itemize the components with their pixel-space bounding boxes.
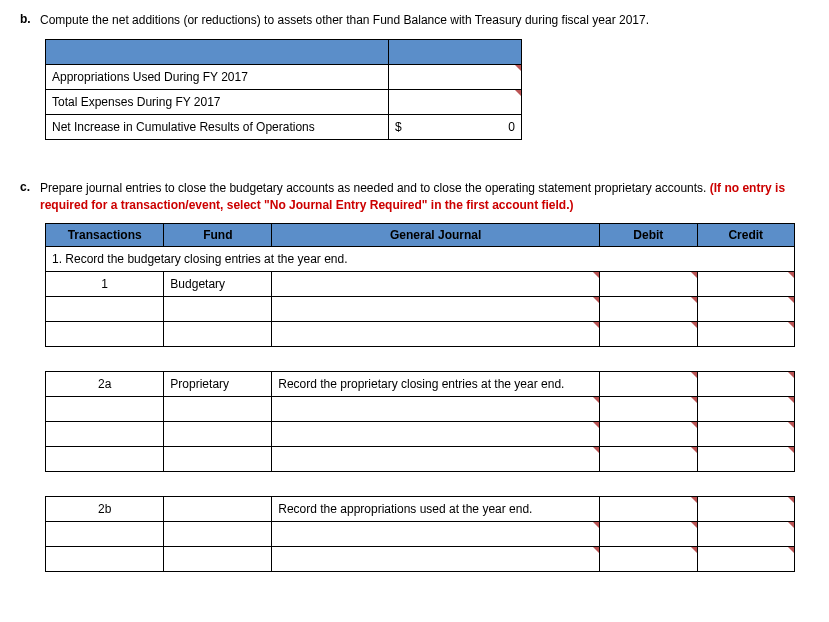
row-net-increase-label: Net Increase in Cumulative Results of Op… [46, 114, 389, 139]
row2b2-trans [46, 522, 164, 547]
row1c-debit[interactable] [600, 322, 697, 347]
row1-debit[interactable] [600, 272, 697, 297]
row2a-fund: Proprietary [164, 372, 272, 397]
header-debit: Debit [600, 224, 697, 247]
row2a-trans: 2a [46, 372, 164, 397]
row1-fund: Budgetary [164, 272, 272, 297]
row2b2-credit[interactable] [697, 522, 794, 547]
row2b-trans: 2b [46, 497, 164, 522]
row2b-credit[interactable] [697, 497, 794, 522]
row2a3-trans [46, 422, 164, 447]
table-b-header-label [46, 39, 389, 64]
row2a2-credit[interactable] [697, 397, 794, 422]
row2a3-debit[interactable] [600, 422, 697, 447]
header-credit: Credit [697, 224, 794, 247]
row2a4-debit[interactable] [600, 447, 697, 472]
row2a-gj: Record the proprietary closing entries a… [272, 372, 600, 397]
header-transactions: Transactions [46, 224, 164, 247]
instruction-1: 1. Record the budgetary closing entries … [46, 247, 795, 272]
row2a4-fund [164, 447, 272, 472]
row1b-debit[interactable] [600, 297, 697, 322]
row2b2-gj[interactable] [272, 522, 600, 547]
row2b3-credit[interactable] [697, 547, 794, 572]
row2a4-gj[interactable] [272, 447, 600, 472]
row1c-gj[interactable] [272, 322, 600, 347]
row2a2-gj[interactable] [272, 397, 600, 422]
row2b-debit[interactable] [600, 497, 697, 522]
row2a2-debit[interactable] [600, 397, 697, 422]
section-b-text: Compute the net additions (or reductions… [40, 12, 649, 29]
row2a3-credit[interactable] [697, 422, 794, 447]
row-total-expenses-value[interactable] [389, 89, 522, 114]
row2a2-trans [46, 397, 164, 422]
journal-table: Transactions Fund General Journal Debit … [45, 223, 795, 572]
spacer-2 [46, 472, 164, 497]
row-appropriations-used-label: Appropriations Used During FY 2017 [46, 64, 389, 89]
row-total-expenses-label: Total Expenses During FY 2017 [46, 89, 389, 114]
row1b-gj[interactable] [272, 297, 600, 322]
section-b-label: b. [20, 12, 40, 29]
table-b-header-value [389, 39, 522, 64]
row1c-trans [46, 322, 164, 347]
row2a4-credit[interactable] [697, 447, 794, 472]
section-c-label: c. [20, 180, 40, 214]
row1b-trans [46, 297, 164, 322]
row-net-increase-value: $ 0 [389, 114, 522, 139]
row1-gj[interactable] [272, 272, 600, 297]
row2b-fund [164, 497, 272, 522]
header-general-journal: General Journal [272, 224, 600, 247]
row2a3-gj[interactable] [272, 422, 600, 447]
row2b3-trans [46, 547, 164, 572]
row2b3-gj[interactable] [272, 547, 600, 572]
row2a4-trans [46, 447, 164, 472]
row2a-debit[interactable] [600, 372, 697, 397]
row2b2-debit[interactable] [600, 522, 697, 547]
row1b-credit[interactable] [697, 297, 794, 322]
row1c-credit[interactable] [697, 322, 794, 347]
row-appropriations-used-value[interactable] [389, 64, 522, 89]
row2a-credit[interactable] [697, 372, 794, 397]
row2a3-fund [164, 422, 272, 447]
table-b: Appropriations Used During FY 2017 Total… [45, 39, 522, 140]
row2b3-fund [164, 547, 272, 572]
header-fund: Fund [164, 224, 272, 247]
section-c-text: Prepare journal entries to close the bud… [40, 180, 809, 214]
row2b3-debit[interactable] [600, 547, 697, 572]
spacer-1 [46, 347, 164, 372]
row1b-fund [164, 297, 272, 322]
row1-credit[interactable] [697, 272, 794, 297]
row1-trans: 1 [46, 272, 164, 297]
row2a2-fund [164, 397, 272, 422]
row2b-gj: Record the appropriations used at the ye… [272, 497, 600, 522]
row2b2-fund [164, 522, 272, 547]
row1c-fund [164, 322, 272, 347]
